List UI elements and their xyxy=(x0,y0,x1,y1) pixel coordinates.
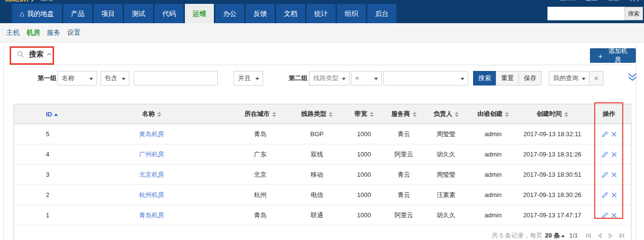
help-link[interactable]: 帮助 xyxy=(608,0,619,2)
col-header-city[interactable]: 所在城市 xyxy=(231,104,289,124)
cell-actions xyxy=(586,165,632,185)
cell-owner: 周莹莹 xyxy=(424,165,468,185)
nav-tab-label: 产品 xyxy=(71,4,84,23)
filter-form: 第一组 名称 包含 并且 第二组 线路类型 = 搜索 xyxy=(4,71,636,86)
expand-more-icon[interactable] xyxy=(627,73,638,83)
page-size-selector[interactable]: 20 条 xyxy=(545,231,565,240)
group1-field-select[interactable]: 名称 xyxy=(57,71,97,85)
filter-save-button[interactable]: 保存 xyxy=(518,71,542,85)
sort-icon xyxy=(413,112,417,117)
edit-icon[interactable] xyxy=(602,151,608,158)
cell-name: 广州机房 xyxy=(72,144,231,165)
cell-name: 杭州机房 xyxy=(72,185,231,205)
delete-icon[interactable] xyxy=(611,192,617,198)
group2-operator-select[interactable]: = xyxy=(351,71,382,85)
nav-tab-9[interactable]: 统计 xyxy=(307,4,336,23)
group2-field-select[interactable]: 线路类型 xyxy=(309,71,350,85)
nav-tab-0[interactable]: ⌂我的地盘 xyxy=(12,4,62,23)
edit-icon[interactable] xyxy=(602,131,608,138)
global-search: 搜索 xyxy=(547,7,643,20)
table-row: 4广州机房广东双线1000阿里云胡久久admin2017-09-13 18:31… xyxy=(14,144,632,165)
app-crumb: 运维 xyxy=(41,0,53,2)
col-header-created-at[interactable]: 创建时间 xyxy=(518,104,586,124)
filter-reset-button[interactable]: 重置 xyxy=(496,71,519,85)
cell-bandwidth: 1000 xyxy=(345,144,383,165)
nav-tab-6[interactable]: 办公 xyxy=(215,4,244,23)
nav-tab-10[interactable]: 组织 xyxy=(337,4,366,23)
clear-query-button[interactable]: ✕ xyxy=(589,71,603,85)
prev-page-icon[interactable] xyxy=(596,232,603,239)
cell-line: 联通 xyxy=(289,205,345,226)
next-page-icon[interactable] xyxy=(607,232,614,239)
logout-link[interactable]: 退出 xyxy=(586,0,597,2)
edit-icon[interactable] xyxy=(602,212,608,219)
room-link[interactable]: 黄岛机房 xyxy=(139,130,164,138)
col-header-name[interactable]: 名称 xyxy=(72,104,231,124)
nav-tab-label: 统计 xyxy=(314,4,328,23)
col-header-owner[interactable]: 负责人 xyxy=(424,104,468,124)
nav-tab-4[interactable]: 代码 xyxy=(154,4,183,23)
subnav-item-1[interactable]: 机房 xyxy=(27,28,40,37)
nav-tab-5[interactable]: 运维 xyxy=(185,4,214,23)
home-icon: ⌂ xyxy=(20,10,24,17)
nav-tab-label: 代码 xyxy=(162,4,176,23)
group1-label: 第一组 xyxy=(38,71,56,85)
nav-tab-11[interactable]: 后台 xyxy=(367,4,396,23)
last-page-icon[interactable] xyxy=(618,232,625,239)
nav-tab-1[interactable]: 产品 xyxy=(63,4,92,23)
group1-operator-select[interactable]: 包含 xyxy=(100,71,129,85)
cell-created_at: 2017-09-13 18:30:26 xyxy=(518,185,586,205)
subnav-item-3[interactable]: 设置 xyxy=(67,28,81,37)
user-name[interactable]: admin xyxy=(560,0,575,2)
sort-icon xyxy=(564,112,568,117)
cell-provider: 青云 xyxy=(383,185,424,205)
cell-name: 黄岛机房 xyxy=(72,124,231,144)
cell-owner: 汪素素 xyxy=(424,185,468,205)
first-page-icon[interactable] xyxy=(585,232,592,239)
group2-value-select[interactable] xyxy=(383,71,468,85)
nav-tab-2[interactable]: 项目 xyxy=(94,4,123,23)
app-logo: 然之协同运维 xyxy=(5,0,53,3)
cell-provider: 青云 xyxy=(383,124,424,144)
global-search-button[interactable]: 搜索 xyxy=(625,7,643,20)
delete-icon[interactable] xyxy=(611,172,617,178)
global-search-input[interactable] xyxy=(547,7,625,20)
about-link[interactable]: 关于 xyxy=(630,0,641,2)
edit-icon[interactable] xyxy=(602,192,608,198)
cell-id: 3 xyxy=(14,165,72,185)
cell-provider: 阿里云 xyxy=(383,144,424,165)
filter-search-button[interactable]: 搜索 xyxy=(473,71,496,85)
add-room-button[interactable]: ＋ 添加机房 xyxy=(590,48,636,63)
cell-actions xyxy=(586,205,632,226)
delete-icon[interactable] xyxy=(611,152,617,157)
group1-value-input[interactable] xyxy=(134,71,218,85)
cell-created_at: 2017-09-13 17:47:17 xyxy=(518,205,586,226)
user-menu: admin 退出 帮助 关于 xyxy=(551,0,641,3)
delete-icon[interactable] xyxy=(611,131,617,137)
sort-asc-icon xyxy=(54,113,58,116)
col-header-id[interactable]: ID xyxy=(14,104,72,124)
delete-icon[interactable] xyxy=(611,212,617,218)
saved-query-select[interactable]: 我的查询 xyxy=(549,71,589,85)
col-header-bandwidth[interactable]: 带宽 xyxy=(345,104,383,124)
room-link[interactable]: 北京机房 xyxy=(139,171,164,178)
room-link[interactable]: 杭州机房 xyxy=(139,191,164,198)
nav-tab-3[interactable]: 测试 xyxy=(124,4,153,23)
cell-line: BGP xyxy=(289,124,345,144)
nav-tab-7[interactable]: 反馈 xyxy=(246,4,275,23)
nav-tab-8[interactable]: 文档 xyxy=(276,4,305,23)
subnav-item-2[interactable]: 服务 xyxy=(47,28,60,37)
edit-icon[interactable] xyxy=(602,171,608,178)
sort-icon xyxy=(505,112,509,117)
room-link[interactable]: 广州机房 xyxy=(139,151,164,158)
subnav-item-0[interactable]: 主机 xyxy=(6,28,20,37)
main-navbar: ⌂我的地盘产品项目测试代码运维办公反馈文档统计组织后台 搜索 xyxy=(0,4,644,23)
col-header-created-by[interactable]: 由谁创建 xyxy=(468,104,518,124)
room-link[interactable]: 青岛机房 xyxy=(139,212,164,219)
cell-provider: 阿里云 xyxy=(383,205,424,226)
col-header-line[interactable]: 线路类型 xyxy=(289,104,345,124)
search-panel-toggle[interactable]: 搜索 xyxy=(12,47,56,62)
col-header-provider[interactable]: 服务商 xyxy=(383,104,424,124)
sort-icon xyxy=(272,112,276,117)
conjunction-select[interactable]: 并且 xyxy=(234,71,263,85)
